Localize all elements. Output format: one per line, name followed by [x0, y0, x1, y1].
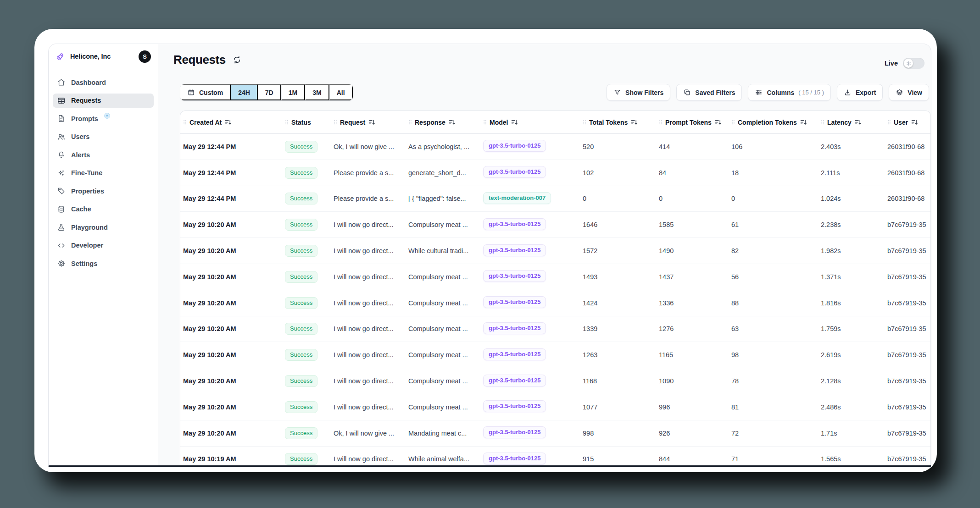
col-header-model[interactable]: Model: [480, 119, 580, 126]
cell-user: b7c67919-35: [885, 455, 930, 463]
drag-handle-icon[interactable]: [887, 119, 891, 125]
sort-icon[interactable]: [715, 119, 722, 125]
table-row[interactable]: May 29 10:20 AM Success I will now go di…: [180, 394, 930, 420]
sort-icon[interactable]: [368, 119, 375, 125]
table-row[interactable]: May 29 12:44 PM Success Please provide a…: [180, 160, 930, 186]
sidebar-item-requests[interactable]: Requests: [53, 94, 154, 108]
export-button[interactable]: Export: [837, 84, 883, 101]
org-row[interactable]: Helicone, Inc S: [49, 44, 158, 69]
sort-icon[interactable]: [225, 119, 232, 125]
model-badge: gpt-3.5-turbo-0125: [483, 322, 546, 334]
drag-handle-icon[interactable]: [583, 119, 586, 125]
cell-prompt-tokens: 84: [656, 169, 729, 177]
model-badge: gpt-3.5-turbo-0125: [483, 426, 546, 438]
cell-model: gpt-3.5-turbo-0125: [480, 426, 580, 440]
table-row[interactable]: May 29 10:20 AM Success I will now go di…: [180, 290, 930, 316]
col-header-request[interactable]: Request: [331, 119, 406, 126]
live-toggle[interactable]: [903, 58, 924, 69]
cell-response: Compulsory meat ...: [406, 273, 480, 281]
sort-icon[interactable]: [800, 119, 807, 125]
cell-response: Compulsory meat ...: [406, 325, 480, 332]
refresh-button[interactable]: [232, 55, 242, 65]
sidebar-item-dashboard[interactable]: Dashboard: [53, 75, 154, 89]
model-badge: gpt-3.5-turbo-0125: [483, 166, 546, 178]
sidebar-item-fine-tune[interactable]: Fine-Tune: [53, 166, 154, 180]
status-badge: Success: [285, 375, 317, 387]
sort-icon[interactable]: [449, 119, 456, 125]
sidebar-item-playground[interactable]: Playground: [53, 220, 154, 234]
sidebar-item-cache[interactable]: Cache: [53, 202, 154, 216]
model-badge: gpt-3.5-turbo-0125: [483, 218, 546, 230]
sort-icon[interactable]: [511, 119, 518, 125]
table-row[interactable]: May 29 12:44 PM Success Ok, I will now g…: [180, 134, 930, 160]
status-badge: Success: [285, 193, 317, 204]
time-range-group: Custom 24H 7D 1M 3M All: [180, 84, 353, 101]
drag-handle-icon[interactable]: [183, 119, 187, 125]
time-range-3m[interactable]: 3M: [305, 84, 329, 100]
saved-filters-button[interactable]: Saved Filters: [676, 84, 742, 101]
table-row[interactable]: May 29 10:20 AM Success Ok, I will now g…: [180, 420, 930, 447]
col-header-latency[interactable]: Latency: [818, 119, 885, 126]
cell-request: I will now go direct...: [331, 299, 406, 307]
cell-created-at: May 29 12:44 PM: [180, 195, 282, 202]
view-button[interactable]: View: [889, 84, 929, 101]
time-range-7d[interactable]: 7D: [258, 84, 281, 100]
cell-completion-tokens: 106: [729, 143, 818, 150]
sidebar-item-users[interactable]: Users: [53, 130, 154, 144]
cell-total-tokens: 998: [580, 430, 656, 437]
drag-handle-icon[interactable]: [285, 119, 289, 125]
col-header-user[interactable]: User: [885, 119, 930, 126]
col-header-status[interactable]: Status: [282, 119, 331, 126]
cell-status: Success: [282, 349, 331, 361]
table-row[interactable]: May 29 10:19 AM Success I will now go di…: [180, 447, 930, 465]
columns-button[interactable]: Columns ( 15 / 15 ): [748, 84, 831, 101]
calendar-icon: [187, 88, 195, 96]
time-range-24h[interactable]: 24H: [231, 84, 258, 100]
status-badge: Success: [285, 271, 317, 283]
col-header-response[interactable]: Response: [406, 119, 480, 126]
col-header-completion-tokens[interactable]: Completion Tokens: [729, 119, 818, 126]
sidebar-item-developer[interactable]: Developer: [53, 238, 154, 253]
drag-handle-icon[interactable]: [731, 119, 735, 125]
cell-latency: 1.759s: [818, 325, 885, 332]
sidebar-item-properties[interactable]: Properties: [53, 184, 154, 198]
cell-model: gpt-3.5-turbo-0125: [480, 218, 580, 232]
time-range-all[interactable]: All: [329, 84, 353, 100]
time-range-1m[interactable]: 1M: [281, 84, 305, 100]
table-row[interactable]: May 29 10:20 AM Success I will now go di…: [180, 368, 930, 394]
sidebar-item-alerts[interactable]: Alerts: [53, 148, 154, 162]
col-header-total-tokens[interactable]: Total Tokens: [580, 119, 656, 126]
table-row[interactable]: May 29 10:20 AM Success I will now go di…: [180, 342, 930, 368]
drag-handle-icon[interactable]: [408, 119, 412, 125]
cell-completion-tokens: 71: [729, 455, 818, 463]
table-row[interactable]: May 29 10:20 AM Success I will now go di…: [180, 238, 930, 264]
time-range-custom[interactable]: Custom: [180, 84, 231, 100]
show-filters-button[interactable]: Show Filters: [607, 84, 670, 101]
sort-icon[interactable]: [855, 119, 862, 125]
cell-model: gpt-3.5-turbo-0125: [480, 166, 580, 179]
drag-handle-icon[interactable]: [821, 119, 824, 125]
avatar[interactable]: S: [139, 50, 151, 63]
table-row[interactable]: May 29 10:20 AM Success I will now go di…: [180, 212, 930, 238]
cell-latency: 1.371s: [818, 273, 885, 281]
sort-icon[interactable]: [911, 119, 918, 125]
cell-latency: 2.128s: [818, 377, 885, 385]
sort-icon[interactable]: [631, 119, 638, 125]
drag-handle-icon[interactable]: [659, 119, 663, 125]
cell-created-at: May 29 10:20 AM: [180, 377, 282, 385]
sidebar-item-settings[interactable]: Settings: [53, 256, 154, 271]
status-badge: Success: [285, 141, 317, 153]
cell-prompt-tokens: 926: [656, 430, 729, 437]
table-row[interactable]: May 29 10:20 AM Success I will now go di…: [180, 316, 930, 342]
sidebar-item-prompts[interactable]: Prompts: [53, 111, 154, 126]
drag-handle-icon[interactable]: [483, 119, 487, 125]
cell-request: I will now go direct...: [331, 351, 406, 359]
col-header-prompt-tokens[interactable]: Prompt Tokens: [656, 119, 729, 126]
table-row[interactable]: May 29 10:20 AM Success I will now go di…: [180, 264, 930, 290]
table-row[interactable]: May 29 12:44 PM Success Please provide a…: [180, 186, 930, 212]
cell-total-tokens: 1572: [580, 247, 656, 254]
cell-created-at: May 29 10:19 AM: [180, 455, 282, 463]
cell-model: gpt-3.5-turbo-0125: [480, 140, 580, 153]
col-header-created-at[interactable]: Created At: [180, 119, 282, 126]
drag-handle-icon[interactable]: [334, 119, 337, 125]
